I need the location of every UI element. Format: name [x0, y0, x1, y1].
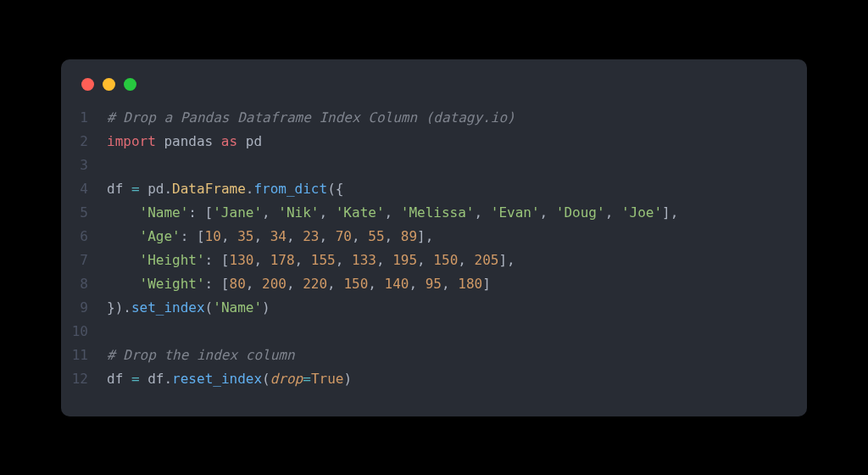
code-token: 'Doug' [556, 204, 605, 221]
code-token: 'Melissa' [401, 204, 475, 221]
code-token: , [442, 276, 458, 292]
code-token: , [409, 276, 425, 292]
code-line: 12df = df.reset_index(drop=True) [61, 367, 807, 391]
code-token: 'Height' [140, 252, 205, 268]
code-token: DataFrame [172, 181, 246, 197]
code-token: , [385, 228, 401, 244]
code-line: 5 'Name': ['Jane', 'Nik', 'Kate', 'Melis… [61, 201, 807, 225]
code-content: 'Weight': [80, 200, 220, 150, 140, 95, 1… [107, 272, 807, 296]
code-content: import pandas as pd [107, 130, 807, 154]
code-token: 205 [475, 252, 499, 268]
code-token: , [458, 252, 474, 268]
code-token: as [221, 133, 237, 149]
code-token: , [287, 228, 303, 244]
line-number: 2 [61, 130, 107, 154]
code-token [107, 276, 140, 292]
code-token: , [253, 252, 270, 268]
code-token: 23 [303, 228, 319, 244]
code-token: 10 [205, 228, 221, 244]
line-number: 8 [61, 272, 107, 296]
code-token [107, 204, 140, 221]
code-token: 150 [343, 276, 368, 292]
code-area[interactable]: 1# Drop a Pandas Dataframe Index Column … [61, 106, 807, 391]
code-token: : [ [205, 276, 230, 292]
code-token: , [221, 228, 237, 244]
code-token: drop [270, 371, 303, 387]
code-content: # Drop a Pandas Dataframe Index Column (… [107, 106, 807, 130]
code-line: 3 [61, 154, 807, 177]
code-token: 89 [401, 228, 417, 244]
code-token: : [ [181, 228, 205, 244]
code-token [107, 252, 140, 268]
code-line: 2import pandas as pd [61, 130, 807, 154]
code-token: 'Name' [213, 299, 262, 316]
code-token: df [107, 371, 131, 387]
code-token: . [164, 371, 172, 387]
code-content: df = df.reset_index(drop=True) [107, 367, 807, 391]
code-token: 'Jane' [213, 204, 262, 221]
code-token: . [164, 181, 172, 197]
code-content: 'Age': [10, 35, 34, 23, 70, 55, 89], [107, 225, 807, 249]
code-token: ], [662, 204, 678, 221]
code-token: = [303, 371, 311, 387]
code-window: 1# Drop a Pandas Dataframe Index Column … [61, 59, 807, 416]
code-token: , [287, 276, 303, 292]
code-token: 130 [230, 252, 254, 268]
code-token: ], [498, 252, 515, 268]
code-token: 70 [336, 228, 352, 244]
minimize-dot-icon[interactable] [103, 78, 115, 91]
line-number: 4 [61, 177, 107, 201]
line-number: 7 [61, 249, 107, 272]
code-content: 'Name': ['Jane', 'Nik', 'Kate', 'Melissa… [107, 201, 807, 225]
code-content: df = pd.DataFrame.from_dict({ [107, 177, 807, 201]
code-token: 34 [270, 228, 287, 244]
line-number: 10 [61, 320, 107, 344]
code-token: : [ [205, 252, 230, 268]
code-line: 6 'Age': [10, 35, 34, 23, 70, 55, 89], [61, 225, 807, 249]
code-token: df [140, 371, 164, 387]
code-token: 80 [230, 276, 246, 292]
code-token: 180 [458, 276, 482, 292]
code-token: , [376, 252, 392, 268]
maximize-dot-icon[interactable] [124, 78, 136, 91]
code-token: }). [107, 299, 131, 316]
code-token: , [246, 276, 262, 292]
line-number: 6 [61, 225, 107, 249]
code-content [107, 154, 807, 177]
code-token: . [246, 181, 254, 197]
code-token: pd [237, 133, 262, 149]
code-token: , [352, 228, 368, 244]
code-token: set_index [131, 299, 205, 316]
code-token: , [336, 252, 352, 268]
code-line: 1# Drop a Pandas Dataframe Index Column … [61, 106, 807, 130]
code-token: 178 [270, 252, 295, 268]
code-token: , [385, 204, 401, 221]
code-token: , [262, 204, 278, 221]
code-token: 140 [385, 276, 409, 292]
code-line: 10 [61, 320, 807, 344]
close-dot-icon[interactable] [81, 78, 94, 91]
line-number: 5 [61, 201, 107, 225]
code-token: 'Age' [140, 228, 181, 244]
line-number: 11 [61, 344, 107, 367]
code-content: 'Height': [130, 178, 155, 133, 195, 150,… [107, 249, 807, 272]
code-token: , [253, 228, 270, 244]
code-token: # Drop the index column [107, 347, 295, 363]
code-token: ({ [327, 181, 343, 197]
code-token: reset_index [172, 371, 262, 387]
code-content [107, 320, 807, 344]
code-token: = [131, 181, 140, 197]
line-number: 12 [61, 367, 107, 391]
code-token: = [131, 371, 140, 387]
code-token: 'Evan' [491, 204, 540, 221]
code-token: True [311, 371, 344, 387]
code-token: , [295, 252, 311, 268]
code-token: 220 [303, 276, 327, 292]
code-token: ) [343, 371, 352, 387]
code-line: 9}).set_index('Name') [61, 296, 807, 320]
code-content: }).set_index('Name') [107, 296, 807, 320]
code-token [107, 228, 140, 244]
code-token: 133 [352, 252, 376, 268]
code-token: 155 [311, 252, 336, 268]
code-token: 35 [237, 228, 253, 244]
